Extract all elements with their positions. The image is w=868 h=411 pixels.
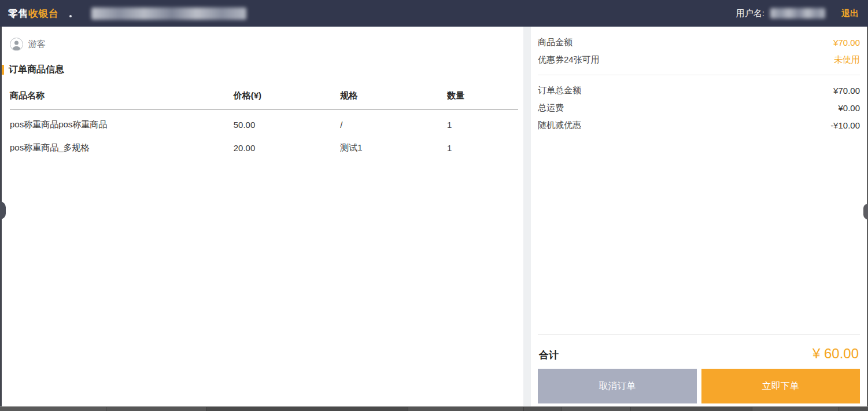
summary-label: 订单总金额 [538,85,581,96]
cell-product-name: pos称重商品pos称重商品 [10,109,234,133]
summary-row-random-discount: 随机减优惠 -¥10.00 [538,116,860,134]
redacted-username [770,8,825,19]
pos-cashier-window: 零售收银台 用户名: 退出 游客 订单商品信息 [0,0,868,411]
order-items-panel: 游客 订单商品信息 商品名称 价格(¥) 规格 数量 [0,27,523,406]
total-amount: ¥ 60.00 [812,346,859,362]
taskbar-segment [839,407,868,411]
col-header-product-name: 商品名称 [10,87,234,109]
taskbar-segment [561,407,630,411]
app-title-suffix: 收银台 [28,8,59,19]
panel-divider-gap [523,27,531,406]
main-area: 游客 订单商品信息 商品名称 价格(¥) 规格 数量 [0,27,868,406]
table-row: pos称重商品_多规格 20.00 测试1 1 [10,133,518,156]
col-header-price: 价格(¥) [234,87,341,109]
section-title-row: 订单商品信息 [10,64,516,75]
section-accent-bar [2,65,4,75]
summary-top-group: 商品金额 ¥70.00 优惠券24张可用 未使用 [538,34,860,68]
total-row: 合计 ¥ 60.00 [539,346,859,362]
summary-label: 优惠券24张可用 [538,54,600,65]
table-row: pos称重商品pos称重商品 50.00 / 1 [10,109,518,133]
taskbar-segment [630,407,752,411]
summary-label: 商品金额 [538,37,572,48]
summary-value: ¥70.00 [833,38,860,47]
cell-spec: 测试1 [340,133,447,156]
logout-button[interactable]: 退出 [841,8,859,19]
cell-price: 20.00 [234,133,341,156]
taskbar-segment [206,407,408,411]
cell-qty: 1 [447,133,518,156]
summary-main-group: 订单总金额 ¥70.00 总运费 ¥0.00 随机减优惠 -¥10.00 [538,82,860,134]
submit-order-button[interactable]: 立即下单 [701,369,860,403]
username-label: 用户名: [736,8,764,19]
col-header-qty: 数量 [447,87,518,109]
customer-name: 游客 [28,39,46,50]
taskbar-segment [408,407,523,411]
redacted-store-name-dot [69,15,72,17]
summary-row-coupon[interactable]: 优惠券24张可用 未使用 [538,51,860,68]
summary-row-order-total: 订单总金额 ¥70.00 [538,82,860,99]
avatar-icon [10,38,23,51]
table-header-row: 商品名称 价格(¥) 规格 数量 [10,87,518,109]
summary-label: 随机减优惠 [538,120,581,131]
total-label: 合计 [539,348,559,362]
taskbar-segment [752,407,839,411]
summary-label: 总运费 [538,102,564,113]
order-items-table: 商品名称 价格(¥) 规格 数量 pos称重商品pos称重商品 50.00 / … [10,87,518,156]
app-title: 零售收银台 [8,7,59,20]
cell-price: 50.00 [234,109,341,133]
action-buttons-row: 取消订单 立即下单 [538,369,860,403]
app-title-prefix: 零售 [8,8,28,19]
checkout-summary-panel: 商品金额 ¥70.00 优惠券24张可用 未使用 订单总金额 ¥70.00 总运… [531,27,868,406]
taskbar-segment [106,407,206,411]
right-drawer-handle[interactable] [863,204,868,219]
divider [538,334,860,335]
taskbar-segment [523,407,561,411]
summary-row-shipping: 总运费 ¥0.00 [538,99,860,116]
cell-qty: 1 [447,109,518,133]
cell-spec: / [340,109,447,133]
coupon-status[interactable]: 未使用 [834,54,860,65]
topbar: 零售收银台 用户名: 退出 [0,0,868,27]
cell-product-name: pos称重商品_多规格 [10,133,234,156]
section-title: 订单商品信息 [9,64,64,76]
spacer [538,134,860,328]
divider [538,75,860,75]
summary-value: ¥70.00 [833,86,860,96]
summary-value: ¥0.00 [838,103,860,113]
summary-row-goods-amount: 商品金额 ¥70.00 [538,34,860,51]
summary-value: -¥10.00 [830,120,860,130]
customer-row: 游客 [10,37,516,51]
col-header-spec: 规格 [340,87,447,109]
cancel-order-button[interactable]: 取消订单 [538,369,697,403]
redacted-store-name [91,8,246,20]
taskbar-segment [0,407,106,411]
taskbar-sliver [0,406,868,411]
